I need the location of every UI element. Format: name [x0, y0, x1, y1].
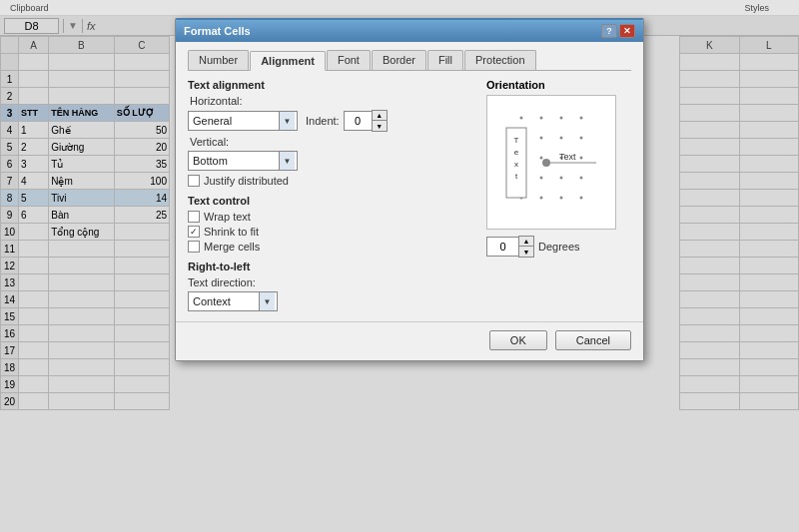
dialog-titlebar: Format Cells ? ✕ — [176, 20, 643, 42]
horizontal-label: Horizontal: — [190, 95, 476, 107]
dialog-help-btn[interactable]: ? — [601, 24, 617, 38]
degrees-label: Degrees — [538, 241, 580, 253]
styles-label: Styles — [744, 3, 769, 13]
orientation-visual: T e x t Text — [486, 95, 616, 230]
wrap-text-row: Wrap text — [188, 211, 476, 223]
svg-text:Text: Text — [559, 152, 576, 162]
svg-point-11 — [580, 156, 583, 159]
vertical-arrow[interactable]: ▼ — [279, 152, 295, 170]
cancel-button[interactable]: Cancel — [555, 330, 631, 350]
justify-label: Justify distributed — [204, 175, 289, 187]
rtl-label: Right-to-left — [188, 261, 476, 272]
svg-point-19 — [580, 196, 583, 199]
vertical-label: Vertical: — [190, 136, 476, 148]
svg-text:e: e — [514, 148, 519, 157]
vertical-control-row: Bottom ▼ — [188, 151, 476, 171]
ok-button[interactable]: OK — [489, 330, 547, 350]
text-control-section: Text control Wrap text ✓ Shrink to fit M… — [188, 195, 476, 253]
merge-label: Merge cells — [204, 241, 260, 253]
dialog-tabs: Number Alignment Font Border Fill Protec… — [188, 50, 631, 71]
text-direction-value: Context — [193, 295, 259, 307]
svg-point-13 — [540, 176, 543, 179]
text-control-label: Text control — [188, 195, 476, 207]
indent-up-btn[interactable]: ▲ — [373, 111, 387, 121]
format-cells-dialog: Format Cells ? ✕ Number Alignment Font B… — [175, 18, 644, 361]
svg-point-6 — [560, 136, 563, 139]
dialog-body: Text alignment Horizontal: General ▼ Ind… — [188, 79, 631, 311]
tab-alignment[interactable]: Alignment — [250, 51, 326, 71]
vertical-value: Bottom — [193, 155, 279, 167]
text-alignment-section: Text alignment Horizontal: General ▼ Ind… — [188, 79, 476, 187]
text-alignment-label: Text alignment — [188, 79, 476, 91]
justify-row: Justify distributed — [188, 175, 476, 187]
svg-point-9 — [540, 156, 543, 159]
orientation-panel: Orientation — [486, 79, 631, 311]
shrink-row: ✓ Shrink to fit — [188, 226, 476, 238]
justify-checkbox[interactable] — [188, 175, 200, 187]
rtl-section: Right-to-left Text direction: Context ▼ — [188, 261, 476, 311]
wrap-text-checkbox[interactable] — [188, 211, 200, 223]
dialog-close-btn[interactable]: ✕ — [619, 24, 635, 38]
tab-font[interactable]: Font — [327, 50, 371, 70]
horizontal-value: General — [193, 115, 279, 127]
orientation-svg: T e x t Text — [491, 103, 611, 223]
svg-point-17 — [540, 196, 543, 199]
wrap-text-label: Wrap text — [204, 211, 251, 223]
indent-input[interactable] — [344, 111, 372, 131]
degrees-row: ▲ ▼ Degrees — [486, 236, 631, 258]
horizontal-control-row: General ▼ Indent: ▲ ▼ — [188, 110, 476, 132]
svg-point-1 — [540, 116, 543, 119]
tab-border[interactable]: Border — [372, 50, 426, 70]
dialog-left-panel: Text alignment Horizontal: General ▼ Ind… — [188, 79, 486, 311]
indent-spinner: ▲ ▼ — [344, 110, 388, 132]
svg-point-15 — [580, 176, 583, 179]
shrink-checkbox[interactable]: ✓ — [188, 226, 200, 238]
text-direction-label: Text direction: — [188, 276, 256, 288]
dialog-footer: OK Cancel — [176, 321, 643, 360]
svg-point-2 — [560, 116, 563, 119]
indent-group: Indent: ▲ ▼ — [306, 110, 388, 132]
dialog-content-area: Number Alignment Font Border Fill Protec… — [176, 42, 643, 321]
vertical-dropdown[interactable]: Bottom ▼ — [188, 151, 298, 171]
shrink-label: Shrink to fit — [204, 226, 259, 238]
tab-number[interactable]: Number — [188, 50, 249, 70]
orientation-label: Orientation — [486, 79, 631, 91]
tab-protection[interactable]: Protection — [464, 50, 536, 70]
svg-point-5 — [540, 136, 543, 139]
horizontal-arrow[interactable]: ▼ — [279, 112, 295, 130]
svg-point-3 — [580, 116, 583, 119]
horizontal-row: Horizontal: — [188, 95, 476, 107]
svg-point-0 — [520, 116, 523, 119]
top-bar: Clipboard Styles — [0, 0, 799, 16]
tab-fill[interactable]: Fill — [427, 50, 463, 70]
merge-row: Merge cells — [188, 241, 476, 253]
text-direction-dropdown[interactable]: Context ▼ — [188, 291, 278, 311]
degrees-spinner: ▲ ▼ — [486, 236, 534, 258]
degrees-spinner-btns: ▲ ▼ — [518, 236, 534, 258]
svg-point-7 — [580, 136, 583, 139]
merge-checkbox[interactable] — [188, 241, 200, 253]
svg-point-26 — [542, 159, 550, 167]
dialog-title: Format Cells — [184, 25, 251, 37]
text-direction-label-row: Text direction: — [188, 276, 476, 288]
horizontal-dropdown[interactable]: General ▼ — [188, 111, 298, 131]
text-direction-arrow[interactable]: ▼ — [259, 292, 275, 310]
degrees-up-btn[interactable]: ▲ — [519, 237, 533, 247]
dialog-controls: ? ✕ — [601, 24, 635, 38]
degrees-down-btn[interactable]: ▼ — [519, 247, 533, 257]
indent-label: Indent: — [306, 115, 340, 127]
indent-spinner-btns: ▲ ▼ — [372, 110, 388, 132]
svg-point-18 — [560, 196, 563, 199]
svg-text:T: T — [514, 136, 519, 145]
svg-text:x: x — [514, 160, 518, 169]
degrees-input[interactable] — [486, 237, 518, 257]
clipboard-label: Clipboard — [10, 3, 49, 13]
indent-down-btn[interactable]: ▼ — [373, 121, 387, 131]
vertical-row: Vertical: — [188, 136, 476, 148]
svg-point-14 — [560, 176, 563, 179]
